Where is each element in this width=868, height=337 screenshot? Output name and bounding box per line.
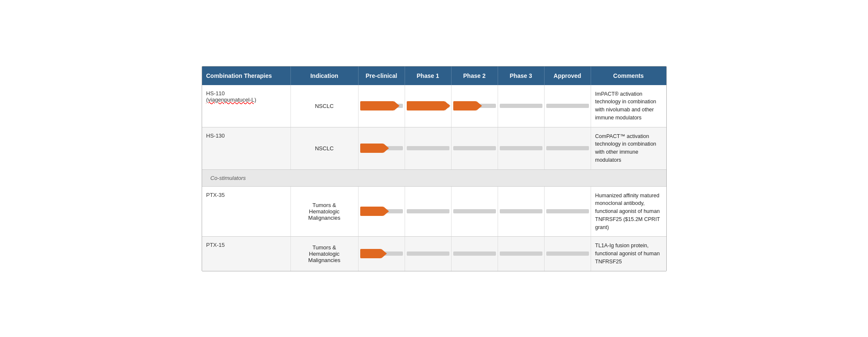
header-combination-therapies: Combination Therapies: [202, 66, 291, 85]
phase2-ptx35: [452, 187, 498, 237]
phase-preclinical-hs110: [359, 85, 405, 127]
header-phase3: Phase 3: [498, 66, 545, 85]
phase2-hs110: [452, 85, 498, 127]
phase-preclinical-ptx35: [359, 187, 405, 237]
indication-hs130: NSCLC: [291, 127, 359, 169]
pipeline-table: Combination Therapies Indication Pre-cli…: [202, 66, 667, 271]
therapy-sublabel: (viagenpumatucel-L): [206, 97, 257, 103]
table-row: PTX-35 Tumors & Hematologic Malignancies: [202, 187, 666, 237]
phase1-ptx15: [405, 237, 452, 271]
therapy-name-hs110: HS-110 (viagenpumatucel-L): [202, 85, 291, 127]
header-approved: Approved: [545, 66, 591, 85]
indication-ptx35: Tumors & Hematologic Malignancies: [291, 187, 359, 237]
indication-hs110: NSCLC: [291, 85, 359, 127]
comment-hs130: ComPACT™ activation technology in combin…: [591, 127, 666, 169]
phase2-hs130: [452, 127, 498, 169]
section-label-costimulators: Co-stimulators: [202, 170, 250, 186]
therapy-label: HS-110: [206, 90, 225, 97]
table-row: HS-110 (viagenpumatucel-L) NSCLC: [202, 85, 666, 127]
therapy-label: HS-130: [206, 133, 225, 139]
approved-hs110: [545, 85, 591, 127]
comment-ptx15: TL1A-Ig fusion protein, functional agoni…: [591, 237, 666, 271]
phase-preclinical-ptx15: [359, 237, 405, 271]
comment-hs110: ImPACT® activation technology in combina…: [591, 85, 666, 127]
header-comments: Comments: [591, 66, 666, 85]
header-indication: Indication: [291, 66, 359, 85]
table-header: Combination Therapies Indication Pre-cli…: [202, 66, 666, 85]
phase3-ptx15: [498, 237, 545, 271]
comment-ptx35: Humanized affinity matured monoclonal an…: [591, 187, 666, 237]
phase1-hs110: [405, 85, 452, 127]
therapy-label: PTX-35: [206, 192, 225, 198]
phase-preclinical-hs130: [359, 127, 405, 169]
approved-ptx35: [545, 187, 591, 237]
phase2-ptx15: [452, 237, 498, 271]
table-row: HS-130 NSCLC ComPACT™ activation technol…: [202, 127, 666, 170]
phase1-hs130: [405, 127, 452, 169]
table-row: PTX-15 Tumors & Hematologic Malignancies: [202, 237, 666, 271]
phase3-hs130: [498, 127, 545, 169]
phase1-ptx35: [405, 187, 452, 237]
phase3-hs110: [498, 85, 545, 127]
therapy-name-hs130: HS-130: [202, 127, 291, 169]
header-preclinical: Pre-clinical: [359, 66, 405, 85]
approved-ptx15: [545, 237, 591, 271]
phase3-ptx35: [498, 187, 545, 237]
header-phase1: Phase 1: [405, 66, 452, 85]
therapy-label: PTX-15: [206, 242, 225, 248]
section-header-costimulators: Co-stimulators: [202, 170, 666, 187]
approved-hs130: [545, 127, 591, 169]
indication-ptx15: Tumors & Hematologic Malignancies: [291, 237, 359, 271]
therapy-name-ptx15: PTX-15: [202, 237, 291, 271]
therapy-name-ptx35: PTX-35: [202, 187, 291, 237]
header-phase2: Phase 2: [452, 66, 498, 85]
